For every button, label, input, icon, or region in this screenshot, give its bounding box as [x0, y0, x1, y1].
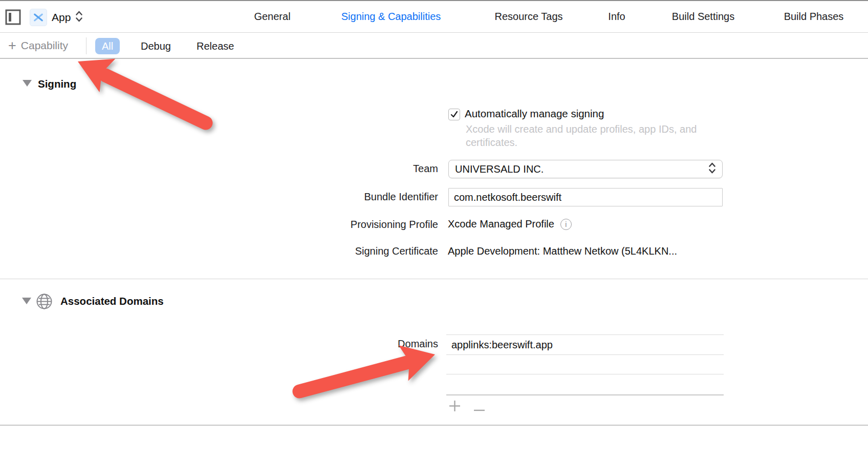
signing-certificate-label: Signing Certificate	[225, 245, 438, 257]
sidebar-toggle-icon[interactable]	[5, 9, 21, 26]
add-capability-button[interactable]: + Capability	[8, 33, 68, 58]
auto-manage-description-line1: Xcode will create and update profiles, a…	[466, 123, 697, 135]
info-icon[interactable]: i	[560, 219, 572, 230]
team-label: Team	[225, 163, 438, 175]
vertical-divider	[86, 37, 86, 54]
bundle-identifier-input[interactable]	[448, 188, 723, 206]
tab-build-phases[interactable]: Build Phases	[784, 1, 844, 32]
signing-disclosure-triangle[interactable]	[23, 80, 32, 87]
provisioning-profile-value-row: Xcode Managed Profile i	[448, 218, 572, 230]
project-selector[interactable]: App	[30, 8, 83, 27]
filter-release[interactable]: Release	[190, 38, 241, 54]
domain-row-empty[interactable]	[446, 355, 724, 374]
remove-domain-button[interactable]	[473, 405, 485, 414]
domain-row-empty[interactable]	[446, 374, 724, 395]
domains-list: applinks:beerswift.app	[446, 334, 724, 395]
associated-domains-section-title: Associated Domains	[60, 295, 164, 307]
add-domain-button[interactable]	[449, 400, 461, 414]
globe-icon	[36, 293, 53, 312]
auto-manage-signing-checkbox[interactable]	[448, 109, 460, 120]
bottom-divider	[0, 425, 868, 426]
tab-info[interactable]: Info	[608, 1, 625, 32]
signing-certificate-value: Apple Development: Matthew Netkow (5L4KL…	[448, 245, 677, 257]
xcode-target-icon	[30, 9, 47, 26]
annotation-arrow-to-capability	[78, 59, 206, 123]
signing-section-title: Signing	[38, 78, 76, 90]
auto-manage-signing-label: Automatically manage signing	[465, 108, 604, 120]
tab-resource-tags[interactable]: Resource Tags	[494, 1, 562, 32]
provisioning-profile-value: Xcode Managed Profile	[448, 218, 554, 230]
up-down-chevron-icon	[708, 161, 716, 177]
tab-general[interactable]: General	[254, 1, 290, 32]
add-capability-label: Capability	[21, 39, 68, 52]
tab-build-settings[interactable]: Build Settings	[672, 1, 734, 32]
bundle-identifier-label: Bundle Identifier	[225, 191, 438, 203]
annotation-arrow-to-domains	[299, 345, 435, 391]
associated-domains-disclosure-triangle[interactable]	[22, 298, 31, 304]
domain-row[interactable]: applinks:beerswift.app	[446, 335, 724, 355]
plus-icon: +	[8, 39, 16, 53]
team-value: UNIVERSALD INC.	[455, 163, 708, 175]
checkmark-icon	[450, 111, 458, 118]
project-name: App	[52, 11, 71, 24]
auto-manage-description-line2: certificates.	[466, 137, 517, 149]
project-tab-bar: App General Signing & Capabilities Resou…	[0, 0, 868, 33]
domains-label: Domains	[225, 338, 438, 350]
up-down-chevron-icon	[75, 10, 83, 25]
filter-debug[interactable]: Debug	[134, 38, 178, 54]
section-divider	[0, 279, 868, 279]
provisioning-profile-label: Provisioning Profile	[225, 219, 438, 231]
tab-signing-capabilities[interactable]: Signing & Capabilities	[341, 1, 441, 32]
capability-bar: + Capability All Debug Release	[0, 33, 868, 59]
xcode-signing-capabilities-editor: App General Signing & Capabilities Resou…	[0, 0, 868, 460]
team-popup-button[interactable]: UNIVERSALD INC.	[448, 160, 723, 178]
filter-all[interactable]: All	[95, 38, 120, 54]
